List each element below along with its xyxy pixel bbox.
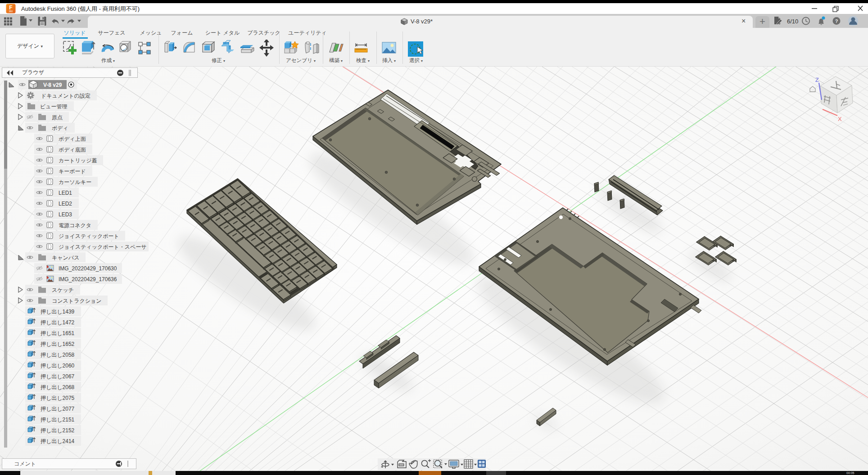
- svg-text:ジョイスティックポート: ジョイスティックポート: [59, 233, 119, 239]
- svg-text:押し出し1439: 押し出し1439: [40, 309, 75, 315]
- svg-text:押し出し2151: 押し出し2151: [40, 417, 75, 423]
- svg-text:押し出し2152: 押し出し2152: [40, 427, 75, 434]
- svg-text:押し出し2414: 押し出し2414: [40, 438, 75, 444]
- svg-text:IMG_20220429_170636: IMG_20220429_170636: [59, 276, 117, 282]
- svg-text:キーボード: キーボード: [59, 168, 86, 175]
- svg-text:押し出し2077: 押し出し2077: [40, 406, 75, 412]
- svg-text:360: 360: [9, 10, 13, 13]
- svg-text:ドキュメントの設定: ドキュメントの設定: [41, 93, 90, 99]
- svg-text:コンストラクション: コンストラクション: [52, 298, 102, 304]
- svg-text:ボディ底面: ボディ底面: [59, 147, 86, 153]
- svg-text:カーソルキー: カーソルキー: [59, 179, 91, 185]
- svg-text:押し出し2058: 押し出し2058: [40, 352, 75, 358]
- svg-text:LED2: LED2: [59, 201, 72, 207]
- svg-text:押し出し2068: 押し出し2068: [40, 384, 75, 390]
- svg-text:ボディ: ボディ: [52, 125, 68, 131]
- svg-text:ジョイスティックポート・スペーサ: ジョイスティックポート・スペーサ: [59, 244, 147, 250]
- svg-text:LED3: LED3: [59, 211, 72, 218]
- svg-text:ボディ上面: ボディ上面: [59, 136, 86, 142]
- svg-text:押し出し2067: 押し出し2067: [40, 373, 75, 380]
- svg-text:X: X: [838, 116, 842, 122]
- svg-text:キャンバス: キャンバス: [52, 255, 79, 261]
- svg-text:押し出し1652: 押し出し1652: [40, 341, 75, 347]
- svg-text:?: ?: [835, 18, 838, 24]
- svg-text:IMG_20220429_170630: IMG_20220429_170630: [59, 265, 117, 272]
- svg-text:原点: 原点: [52, 114, 63, 121]
- svg-text:Z: Z: [815, 76, 819, 83]
- svg-text:押し出し2060: 押し出し2060: [40, 363, 75, 369]
- svg-text:押し出し1651: 押し出し1651: [40, 330, 75, 336]
- svg-text:押し出し2075: 押し出し2075: [40, 395, 75, 401]
- svg-text:電源コネクタ: 電源コネクタ: [59, 222, 91, 229]
- svg-text:6/10: 6/10: [787, 18, 798, 25]
- svg-text:LED1: LED1: [59, 190, 72, 196]
- svg-text:V-8 v29: V-8 v29: [43, 82, 62, 88]
- svg-text:スケッチ: スケッチ: [52, 287, 74, 293]
- svg-text:カートリッジ蓋: カートリッジ蓋: [59, 157, 97, 164]
- svg-text:押し出し1472: 押し出し1472: [40, 319, 75, 326]
- svg-text:ビュー管理: ビュー管理: [40, 103, 68, 110]
